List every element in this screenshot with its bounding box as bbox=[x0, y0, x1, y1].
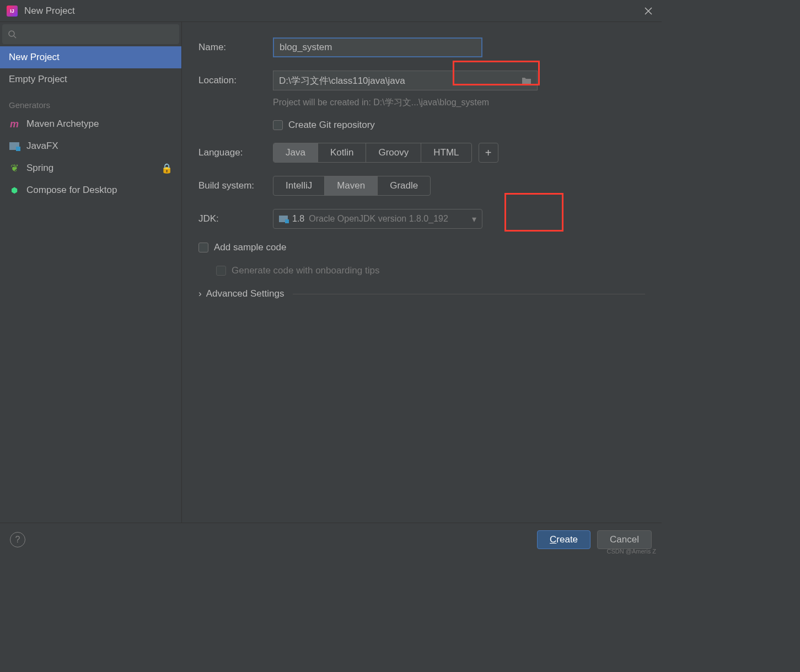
close-icon[interactable] bbox=[642, 4, 655, 18]
location-label: Location: bbox=[198, 75, 273, 86]
build-system-group: IntelliJ Maven Gradle bbox=[273, 176, 431, 196]
sidebar-item-empty-project[interactable]: Empty Project bbox=[0, 68, 181, 90]
sidebar: New Project Empty Project Generators m M… bbox=[0, 22, 182, 523]
browse-folder-icon[interactable] bbox=[522, 77, 531, 84]
svg-point-0 bbox=[9, 31, 14, 36]
language-option-html[interactable]: HTML bbox=[421, 143, 471, 162]
app-icon bbox=[7, 6, 18, 17]
jdk-folder-icon bbox=[279, 216, 288, 222]
watermark: CSDN @Ameris Z bbox=[607, 548, 656, 555]
jdk-dropdown[interactable]: 1.8 Oracle OpenJDK version 1.8.0_192 ▾ bbox=[273, 209, 482, 229]
build-label: Build system: bbox=[198, 180, 273, 191]
add-language-button[interactable]: + bbox=[479, 143, 498, 163]
advanced-settings-label: Advanced Settings bbox=[206, 288, 284, 299]
sidebar-item-label: Empty Project bbox=[9, 74, 67, 85]
sidebar-item-label: Compose for Desktop bbox=[26, 185, 117, 196]
sidebar-item-spring[interactable]: ❦ Spring 🔒 bbox=[0, 157, 181, 179]
language-option-groovy[interactable]: Groovy bbox=[366, 143, 421, 162]
sample-code-checkbox[interactable] bbox=[198, 243, 208, 252]
build-option-maven[interactable]: Maven bbox=[325, 176, 378, 195]
language-label: Language: bbox=[198, 147, 273, 158]
sidebar-section-generators: Generators bbox=[0, 90, 181, 113]
sidebar-item-label: New Project bbox=[9, 52, 60, 63]
sidebar-item-label: JavaFX bbox=[26, 141, 58, 152]
divider bbox=[293, 294, 645, 294]
compose-icon: ⬢ bbox=[9, 185, 20, 196]
lock-icon: 🔒 bbox=[161, 163, 173, 174]
chevron-down-icon: ▾ bbox=[472, 214, 476, 224]
sidebar-item-compose[interactable]: ⬢ Compose for Desktop bbox=[0, 179, 181, 201]
build-option-gradle[interactable]: Gradle bbox=[378, 176, 430, 195]
cancel-button[interactable]: Cancel bbox=[597, 530, 652, 549]
git-checkbox[interactable] bbox=[273, 120, 283, 130]
maven-icon: m bbox=[9, 119, 20, 130]
create-button[interactable]: Create bbox=[537, 530, 590, 549]
location-input[interactable]: D:\学习文件\class110java\java bbox=[273, 71, 538, 90]
chevron-right-icon: › bbox=[198, 288, 202, 299]
language-group: Java Kotlin Groovy HTML bbox=[273, 143, 472, 163]
spring-icon: ❦ bbox=[9, 163, 20, 174]
sidebar-item-label: Spring bbox=[26, 163, 53, 174]
sample-code-label: Add sample code bbox=[214, 242, 286, 253]
location-value: D:\学习文件\class110java\java bbox=[279, 74, 405, 87]
help-button[interactable]: ? bbox=[10, 532, 25, 547]
javafx-icon bbox=[9, 141, 20, 152]
build-option-intellij[interactable]: IntelliJ bbox=[273, 176, 325, 195]
search-input[interactable] bbox=[2, 24, 179, 44]
jdk-description: Oracle OpenJDK version 1.8.0_192 bbox=[309, 214, 468, 224]
jdk-version: 1.8 bbox=[292, 214, 304, 224]
language-option-java[interactable]: Java bbox=[273, 143, 318, 162]
name-input[interactable] bbox=[273, 37, 482, 57]
sidebar-item-maven-archetype[interactable]: m Maven Archetype bbox=[0, 113, 181, 135]
footer: ? Create Cancel bbox=[0, 523, 662, 556]
git-label: Create Git repository bbox=[288, 120, 375, 131]
title-bar: New Project bbox=[0, 0, 662, 22]
sidebar-item-new-project[interactable]: New Project bbox=[0, 46, 181, 68]
name-label: Name: bbox=[198, 42, 273, 53]
jdk-label: JDK: bbox=[198, 213, 273, 224]
search-icon bbox=[8, 30, 17, 39]
sidebar-item-label: Maven Archetype bbox=[26, 119, 99, 130]
onboarding-label: Generate code with onboarding tips bbox=[232, 265, 379, 276]
location-hint: Project will be created in: D:\学习文...\ja… bbox=[273, 97, 645, 109]
advanced-settings-toggle[interactable]: › Advanced Settings bbox=[198, 288, 645, 299]
sidebar-item-javafx[interactable]: JavaFX bbox=[0, 135, 181, 157]
window-title: New Project bbox=[24, 6, 75, 17]
content-pane: Name: Location: D:\学习文件\class110java\jav… bbox=[182, 22, 662, 523]
language-option-kotlin[interactable]: Kotlin bbox=[318, 143, 367, 162]
onboarding-checkbox bbox=[216, 266, 226, 276]
